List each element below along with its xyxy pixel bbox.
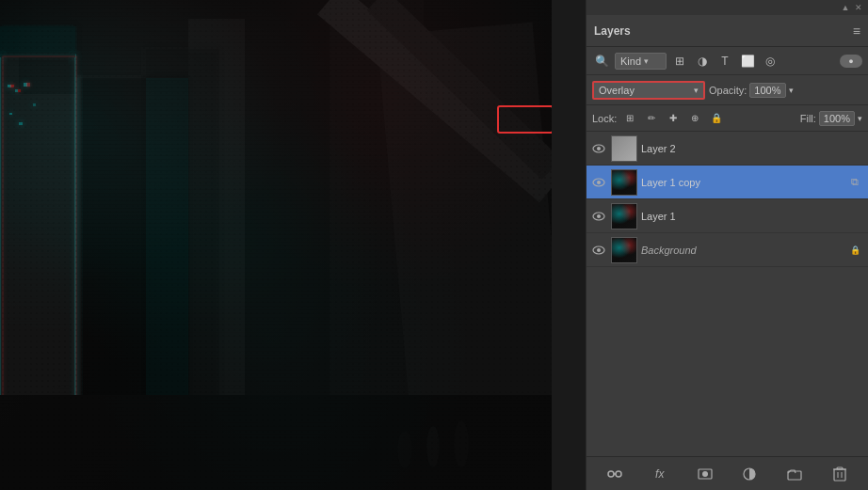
- lock-label: Lock:: [592, 113, 617, 124]
- delete-layer-icon[interactable]: [828, 463, 851, 485]
- layer-visibility-toggle[interactable]: [590, 208, 607, 225]
- filter-row: 🔍 Kind ▾ ⊞ ◑ T ⬜ ◎ ●: [587, 47, 868, 75]
- panel-header: Layers ≡: [587, 15, 868, 47]
- link-layers-icon[interactable]: [603, 463, 626, 485]
- lock-row: Lock: ⊞ ✏ ✚ ⊕ 🔒 Fill: 100% ▾: [587, 105, 868, 132]
- svg-point-37: [597, 214, 601, 218]
- lock-pixels-icon[interactable]: ⊞: [620, 109, 639, 128]
- layer-item[interactable]: Background 🔒: [587, 233, 868, 267]
- lock-position-icon[interactable]: ✚: [664, 109, 683, 128]
- panel-top-bar: ▲ ✕: [587, 0, 868, 15]
- shape-filter-icon[interactable]: ⬜: [738, 52, 757, 71]
- layer-thumbnail: [611, 237, 637, 263]
- layer-thumbnail: [611, 169, 637, 196]
- layer-name: Layer 1 copy: [641, 177, 844, 188]
- svg-point-40: [608, 471, 614, 477]
- filter-toggle[interactable]: ●: [840, 55, 862, 68]
- arrow-highlight-box: [497, 105, 552, 134]
- layer-copy-icon: ⧉: [847, 175, 862, 190]
- layer-name: Layer 1: [641, 211, 862, 222]
- lock-all-icon[interactable]: 🔒: [707, 109, 726, 128]
- canvas-area: [0, 0, 552, 490]
- svg-point-41: [616, 471, 621, 477]
- layer-visibility-toggle[interactable]: [590, 242, 607, 259]
- lock-paint-icon[interactable]: ✏: [642, 109, 661, 128]
- kind-dropdown-arrow: ▾: [644, 56, 649, 66]
- blend-mode-label: Overlay: [599, 85, 635, 96]
- layer-item[interactable]: Layer 1 copy ⧉: [587, 166, 868, 199]
- opacity-text: 100%: [754, 85, 780, 96]
- add-mask-icon[interactable]: [694, 463, 716, 485]
- svg-rect-49: [837, 467, 843, 469]
- new-group-icon[interactable]: [783, 463, 806, 485]
- smartobj-filter-icon[interactable]: ◎: [761, 52, 780, 71]
- layer-name: Background: [641, 245, 844, 256]
- collapse-button[interactable]: ▲: [840, 2, 851, 13]
- layer-name: Layer 2: [641, 143, 862, 154]
- adjustment-filter-icon[interactable]: ◑: [693, 52, 712, 71]
- fx-icon[interactable]: fx: [649, 463, 671, 485]
- svg-rect-46: [788, 471, 801, 480]
- search-icon[interactable]: 🔍: [592, 52, 611, 71]
- layer-thumbnail: [611, 135, 637, 162]
- panel-title: Layers: [594, 24, 631, 38]
- layers-panel: ▲ ✕ Layers ≡ 🔍 Kind ▾ ⊞ ◑ T ⬜ ◎ ● Overla…: [586, 0, 868, 490]
- layer-visibility-toggle[interactable]: [590, 140, 607, 157]
- opacity-control: Opacity: 100% ▾: [709, 83, 794, 98]
- blend-opacity-row: Overlay ▾ Opacity: 100% ▾: [587, 75, 868, 105]
- opacity-label: Opacity:: [709, 85, 747, 96]
- fill-value[interactable]: 100%: [819, 111, 855, 126]
- fill-label: Fill:: [800, 113, 816, 124]
- lock-artboards-icon[interactable]: ⊕: [685, 109, 704, 128]
- close-button[interactable]: ✕: [853, 2, 864, 13]
- blend-dropdown-arrow: ▾: [694, 86, 699, 95]
- panel-menu-icon[interactable]: ≡: [853, 24, 860, 39]
- pixel-icon[interactable]: ⊞: [670, 52, 689, 71]
- canvas-image: [0, 0, 552, 490]
- type-filter-icon[interactable]: T: [715, 52, 734, 71]
- kind-label: Kind: [620, 55, 641, 67]
- layer-visibility-toggle[interactable]: [590, 174, 607, 191]
- fill-text: 100%: [824, 113, 850, 124]
- panel-bottom-toolbar: fx: [587, 456, 868, 490]
- fill-dropdown-arrow[interactable]: ▾: [858, 114, 862, 123]
- svg-rect-47: [834, 469, 845, 481]
- opacity-dropdown-arrow[interactable]: ▾: [789, 86, 794, 95]
- svg-point-33: [597, 147, 601, 150]
- layers-list: Layer 2 Layer 1 copy ⧉ Layer 1 Backgro: [587, 132, 868, 456]
- svg-rect-31: [0, 0, 552, 490]
- add-adjustment-icon[interactable]: [738, 463, 761, 485]
- fill-control: Fill: 100% ▾: [800, 111, 862, 126]
- blend-mode-arrow: [497, 105, 552, 134]
- blend-mode-dropdown[interactable]: Overlay ▾: [592, 81, 705, 100]
- kind-dropdown[interactable]: Kind ▾: [615, 53, 667, 70]
- svg-point-39: [597, 248, 601, 252]
- layer-item[interactable]: Layer 2: [587, 132, 868, 166]
- opacity-value[interactable]: 100%: [749, 83, 785, 98]
- layer-item[interactable]: Layer 1: [587, 199, 868, 233]
- svg-point-44: [702, 471, 708, 477]
- layer-thumbnail: [611, 203, 637, 229]
- layer-lock-icon: 🔒: [847, 243, 862, 258]
- svg-point-35: [597, 181, 601, 184]
- lock-icons: ⊞ ✏ ✚ ⊕ 🔒: [620, 109, 726, 128]
